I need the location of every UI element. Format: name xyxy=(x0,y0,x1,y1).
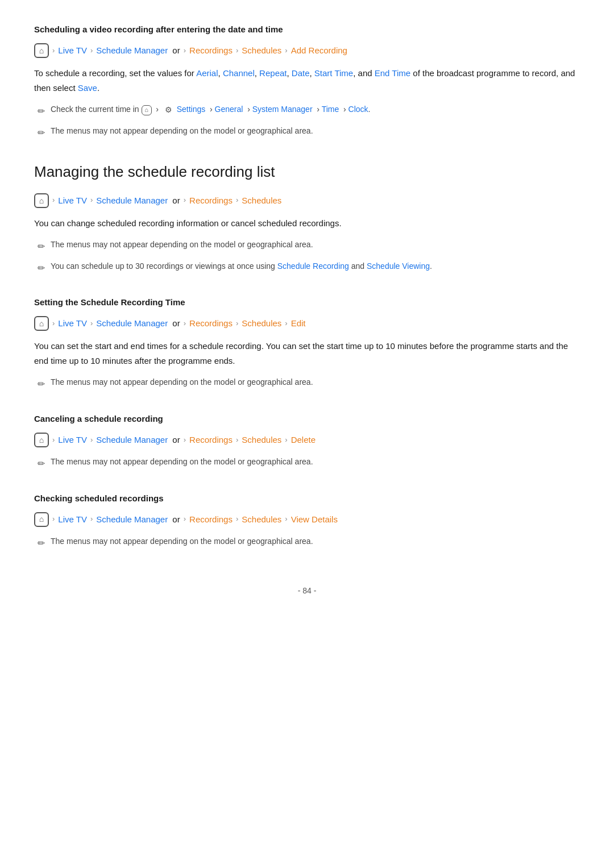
nav-schedule-manager-1[interactable]: Schedule Manager xyxy=(96,44,168,57)
settings-icon: ⚙ xyxy=(163,104,175,115)
nav-settings[interactable]: Settings xyxy=(177,105,206,114)
link-schedule-recording[interactable]: Schedule Recording xyxy=(277,261,349,271)
nav-schedules-5[interactable]: Schedules xyxy=(242,513,281,526)
note-menus-may-not-3: ✏ The menus may not appear depending on … xyxy=(34,376,580,392)
nav-live-tv-3[interactable]: Live TV xyxy=(58,317,87,330)
chevron-icon: › xyxy=(236,513,238,525)
chevron-icon: › xyxy=(236,194,238,206)
link-aerial[interactable]: Aerial xyxy=(196,68,218,78)
section-title-canceling: Canceling a schedule recording xyxy=(34,412,580,426)
note-menus-may-not-5: ✏ The menus may not appear depending on … xyxy=(34,535,580,551)
note-text-menus-3: The menus may not appear depending on th… xyxy=(51,376,313,388)
nav-schedule-manager-5[interactable]: Schedule Manager xyxy=(96,513,168,526)
link-date[interactable]: Date xyxy=(292,68,310,78)
nav-schedule-manager-4[interactable]: Schedule Manager xyxy=(96,433,168,447)
home-icon-5[interactable]: ⌂ xyxy=(34,512,49,527)
chevron-icon: › xyxy=(90,513,93,525)
link-channel[interactable]: Channel xyxy=(223,68,255,78)
chevron-icon: › xyxy=(236,318,238,330)
chevron-icon: › xyxy=(52,194,55,206)
note-menus-may-not-1: ✏ The menus may not appear depending on … xyxy=(34,124,580,140)
body-text-scheduling: To schedule a recording, set the values … xyxy=(34,66,580,95)
note-text-menus-5: The menus may not appear depending on th… xyxy=(51,535,313,547)
chevron-icon: › xyxy=(285,513,287,525)
pencil-icon-2: ✏ xyxy=(38,126,45,140)
note-menus-may-not-4: ✏ The menus may not appear depending on … xyxy=(34,455,580,471)
link-schedule-viewing[interactable]: Schedule Viewing xyxy=(367,261,430,271)
nav-add-recording[interactable]: Add Recording xyxy=(291,44,347,57)
nav-general[interactable]: General xyxy=(215,105,243,114)
section-title-managing: Managing the schedule recording list xyxy=(34,160,580,184)
home-icon-4[interactable]: ⌂ xyxy=(34,433,49,447)
nav-or-5: or xyxy=(170,513,180,526)
section-managing: Managing the schedule recording list ⌂ ›… xyxy=(34,160,580,275)
note-menus-may-not-2: ✏ The menus may not appear depending on … xyxy=(34,238,580,254)
section-setting-time: Setting the Schedule Recording Time ⌂ › … xyxy=(34,296,580,392)
home-icon-small: ⌂ xyxy=(142,105,152,115)
nav-path-add-recording: ⌂ › Live TV › Schedule Manager or › Reco… xyxy=(34,43,580,58)
nav-path-view-details: ⌂ › Live TV › Schedule Manager or › Reco… xyxy=(34,512,580,527)
home-icon-2[interactable]: ⌂ xyxy=(34,193,49,208)
nav-recordings-3[interactable]: Recordings xyxy=(189,317,233,330)
nav-edit[interactable]: Edit xyxy=(291,317,306,330)
chevron-icon: › xyxy=(184,513,186,525)
pencil-icon-4: ✏ xyxy=(38,261,45,276)
chevron-icon: › xyxy=(184,45,186,57)
nav-path-delete: ⌂ › Live TV › Schedule Manager or › Reco… xyxy=(34,433,580,447)
chevron-icon: › xyxy=(52,318,55,330)
nav-view-details[interactable]: View Details xyxy=(291,513,338,526)
note-text-menus-1: The menus may not appear depending on th… xyxy=(51,124,313,137)
nav-schedules-4[interactable]: Schedules xyxy=(242,433,281,447)
nav-or-4: or xyxy=(170,433,180,447)
chevron-icon: › xyxy=(285,434,287,446)
chevron-icon: › xyxy=(285,45,287,57)
nav-recordings-4[interactable]: Recordings xyxy=(189,433,233,447)
chevron-icon: › xyxy=(52,513,55,525)
chevron-icon: › xyxy=(52,434,55,446)
chevron-icon: › xyxy=(236,45,238,57)
note-text-schedule-30: You can schedule up to 30 recordings or … xyxy=(51,260,432,272)
chevron-icon: › xyxy=(236,434,238,446)
nav-path-managing: ⌂ › Live TV › Schedule Manager or › Reco… xyxy=(34,193,580,208)
chevron-icon: › xyxy=(90,318,93,330)
link-save[interactable]: Save xyxy=(78,83,97,93)
nav-schedule-manager-2[interactable]: Schedule Manager xyxy=(96,194,168,207)
section-scheduling: Scheduling a video recording after enter… xyxy=(34,23,580,140)
chevron-icon: › xyxy=(184,434,186,446)
pencil-icon-6: ✏ xyxy=(38,456,45,471)
nav-time[interactable]: Time xyxy=(322,105,339,114)
chevron-icon: › xyxy=(184,194,186,206)
nav-system-manager[interactable]: System Manager xyxy=(252,105,313,114)
nav-or-3: or xyxy=(170,317,180,330)
link-end-time[interactable]: End Time xyxy=(375,68,410,78)
chevron-icon: › xyxy=(90,194,93,206)
home-icon-3[interactable]: ⌂ xyxy=(34,316,49,331)
link-start-time[interactable]: Start Time xyxy=(314,68,353,78)
nav-delete[interactable]: Delete xyxy=(291,433,316,447)
body-text-managing: You can change scheduled recording infor… xyxy=(34,216,580,231)
chevron-icon: › xyxy=(90,45,93,57)
nav-schedules-3[interactable]: Schedules xyxy=(242,317,281,330)
note-text-check-time: Check the current time in ⌂ › ⚙ Settings… xyxy=(51,103,370,115)
section-checking: Checking scheduled recordings ⌂ › Live T… xyxy=(34,492,580,551)
chevron-icon: › xyxy=(90,434,93,446)
nav-live-tv-1[interactable]: Live TV xyxy=(58,44,87,57)
nav-live-tv-5[interactable]: Live TV xyxy=(58,513,87,526)
nav-live-tv-2[interactable]: Live TV xyxy=(58,194,87,207)
nav-live-tv-4[interactable]: Live TV xyxy=(58,433,87,447)
nav-schedules-1[interactable]: Schedules xyxy=(242,44,281,57)
nav-recordings-5[interactable]: Recordings xyxy=(189,513,233,526)
nav-recordings-2[interactable]: Recordings xyxy=(189,194,233,207)
note-text-menus-4: The menus may not appear depending on th… xyxy=(51,455,313,468)
nav-schedules-2[interactable]: Schedules xyxy=(242,194,281,207)
pencil-icon-7: ✏ xyxy=(38,536,45,551)
home-icon[interactable]: ⌂ xyxy=(34,43,49,58)
nav-clock[interactable]: Clock xyxy=(349,105,368,114)
section-title-checking: Checking scheduled recordings xyxy=(34,492,580,505)
section-canceling: Canceling a schedule recording ⌂ › Live … xyxy=(34,412,580,471)
nav-recordings-1[interactable]: Recordings xyxy=(189,44,233,57)
link-repeat[interactable]: Repeat xyxy=(259,68,287,78)
body-text-setting-time: You can set the start and end times for … xyxy=(34,339,580,368)
nav-schedule-manager-3[interactable]: Schedule Manager xyxy=(96,317,168,330)
note-schedule-30: ✏ You can schedule up to 30 recordings o… xyxy=(34,260,580,276)
